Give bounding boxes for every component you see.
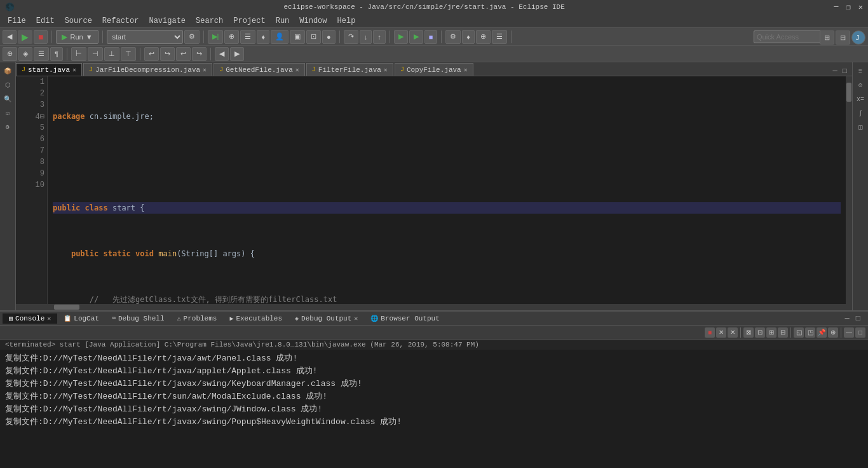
menu-help[interactable]: Help (332, 15, 361, 27)
perspective-btn1[interactable]: ⊞ (820, 31, 834, 45)
profile-btn3[interactable]: ■ (424, 30, 438, 44)
menu-file[interactable]: File (3, 15, 31, 27)
tool5[interactable]: 👤 (271, 30, 288, 44)
console-output[interactable]: 复制文件:D://MyTest/NeedAllFile/rt/java/awt/… (0, 350, 868, 468)
maximize-button[interactable]: ❐ (846, 3, 851, 12)
tools2[interactable]: ♦ (462, 30, 475, 44)
tb2-btn2[interactable]: ◈ (18, 47, 32, 61)
editor-vscroll-thumb[interactable] (846, 83, 851, 102)
tb2-btn3[interactable]: ☰ (34, 47, 49, 61)
tb2-btn4[interactable]: ¶ (50, 47, 63, 61)
tab-jarfile-close[interactable]: ✕ (203, 66, 207, 74)
console-pin2[interactable]: 📌 (817, 327, 827, 338)
tb2-btn1[interactable]: ⊕ (3, 47, 17, 61)
tb2-btn8[interactable]: ⊤ (121, 47, 136, 61)
tab-getneedfile[interactable]: J GetNeedFile.java ✕ (214, 63, 305, 76)
console-minimize[interactable]: — (844, 327, 854, 338)
tool7[interactable]: ⊡ (306, 30, 321, 44)
tb2-btn9[interactable]: ↩ (144, 47, 159, 61)
sidebar-hierarchy[interactable]: ⬡ (1, 79, 14, 92)
window-controls[interactable]: — ❐ ✕ (834, 3, 863, 12)
menu-run[interactable]: Run (271, 15, 295, 27)
console-pin[interactable]: ⊞ (766, 327, 776, 338)
debug-output-tab[interactable]: ◈ Debug Output ✕ (288, 313, 364, 324)
editor-scroll[interactable]: 1 2 3 4⊟ 5 6 7 8 9 10 package cn.simple.… (16, 76, 852, 304)
tools4[interactable]: ☰ (492, 30, 507, 44)
code-content[interactable]: package cn.simple.jre; public class star… (48, 76, 846, 304)
config-dropdown[interactable]: start (107, 30, 183, 44)
tb2-btn11[interactable]: ◀ (215, 47, 229, 61)
profile-btn2[interactable]: ▶ (409, 30, 423, 44)
problems-tab[interactable]: ⚠ Problems (171, 313, 224, 324)
run-dropdown-arrow[interactable]: ▼ (86, 33, 93, 41)
right-sidebar-task-list[interactable]: ≡ (854, 65, 867, 78)
tb2-btn7[interactable]: ⊥ (104, 47, 119, 61)
tab-start-java[interactable]: J start.java ✕ (16, 63, 82, 76)
tool8[interactable]: ● (322, 30, 336, 44)
sidebar-search[interactable]: 🔍 (1, 93, 14, 106)
tab-copyfile[interactable]: J CopyFile.java ✕ (395, 63, 473, 76)
profile-btn[interactable]: ▶ (394, 30, 408, 44)
console-maximize[interactable]: □ (855, 327, 865, 338)
minimize-bottom-btn[interactable]: — (843, 314, 852, 323)
tb2-btn10[interactable]: ↪ (160, 47, 175, 61)
tb2-redo[interactable]: ↪ (192, 47, 207, 61)
perspective-btn3[interactable]: J (851, 31, 865, 45)
menu-project[interactable]: Project (228, 15, 270, 27)
tb2-btn12[interactable]: ▶ (230, 47, 244, 61)
console-view2[interactable]: ◳ (805, 327, 815, 338)
tab-jarfile[interactable]: J JarFileDecompression.java ✕ (83, 63, 212, 76)
tb2-btn6[interactable]: ⊣ (88, 47, 103, 61)
tool4[interactable]: ♦ (257, 30, 269, 44)
console-scroll-lock[interactable]: ⊠ (743, 327, 754, 338)
console-clear-btn[interactable]: ✕ (728, 327, 738, 338)
debug-output-close[interactable]: ✕ (354, 315, 358, 322)
maximize-bottom-btn[interactable]: □ (853, 314, 863, 323)
console-wrap[interactable]: ⊟ (778, 327, 788, 338)
menu-edit[interactable]: Edit (31, 15, 60, 27)
debug-shell-tab[interactable]: ⌨ Debug Shell (105, 313, 171, 324)
maximize-editor-btn[interactable]: □ (840, 67, 850, 76)
tab-getneed-close[interactable]: ✕ (295, 66, 299, 74)
menu-source[interactable]: Source (60, 15, 97, 27)
tool2[interactable]: ⊕ (224, 30, 239, 44)
tool6[interactable]: ▣ (290, 30, 305, 44)
console-stop-btn[interactable]: ■ (705, 327, 715, 338)
console-tab[interactable]: ▤ Console ✕ (3, 313, 57, 324)
tools3[interactable]: ⊕ (476, 30, 491, 44)
sidebar-ant[interactable]: ⚙ (1, 121, 14, 134)
menu-refactor[interactable]: Refactor (97, 15, 144, 27)
debug-button[interactable]: ▶| (208, 30, 224, 44)
browser-output-tab[interactable]: 🌐 Browser Output (364, 313, 445, 324)
close-button[interactable]: ✕ (858, 3, 863, 12)
tb2-btn5[interactable]: ⊢ (71, 47, 86, 61)
tools1[interactable]: ⚙ (445, 30, 461, 44)
sidebar-package-explorer[interactable]: 📦 (1, 65, 14, 78)
stop-button[interactable]: ■ (34, 30, 48, 44)
tb2-undo[interactable]: ↩ (176, 47, 191, 61)
right-sidebar-expressions[interactable]: ∫ (854, 107, 867, 120)
step-into[interactable]: ↓ (360, 30, 372, 44)
run-last-button[interactable]: ▶ (18, 30, 32, 44)
menu-window[interactable]: Window (294, 15, 332, 27)
editor-hscroll[interactable] (16, 304, 852, 310)
executables-tab[interactable]: ▶ Executables (223, 313, 288, 324)
tab-filter-close[interactable]: ✕ (384, 66, 388, 74)
quick-access-input[interactable] (754, 31, 830, 43)
tool3[interactable]: ☰ (240, 30, 255, 44)
step-out[interactable]: ↑ (373, 30, 386, 44)
tab-start-close[interactable]: ✕ (72, 66, 76, 74)
right-sidebar-breakpoints[interactable]: ⊙ (854, 79, 867, 92)
right-sidebar-variables[interactable]: x= (854, 93, 867, 106)
tab-filterfile[interactable]: J FilterFile.java ✕ (306, 63, 393, 76)
logcat-tab[interactable]: 📋 LogCat (57, 313, 105, 324)
console-tab-close[interactable]: ✕ (47, 315, 51, 322)
run-button[interactable]: ▶ Run ▼ (56, 30, 98, 44)
editor-hscroll-thumb[interactable] (54, 305, 79, 310)
minimize-button[interactable]: — (834, 3, 838, 12)
step-over[interactable]: ↷ (344, 30, 358, 44)
console-new[interactable]: ⊕ (828, 327, 838, 338)
minimize-editor-btn[interactable]: — (831, 67, 840, 76)
tab-copy-close[interactable]: ✕ (464, 66, 468, 74)
menu-search[interactable]: Search (191, 15, 228, 27)
